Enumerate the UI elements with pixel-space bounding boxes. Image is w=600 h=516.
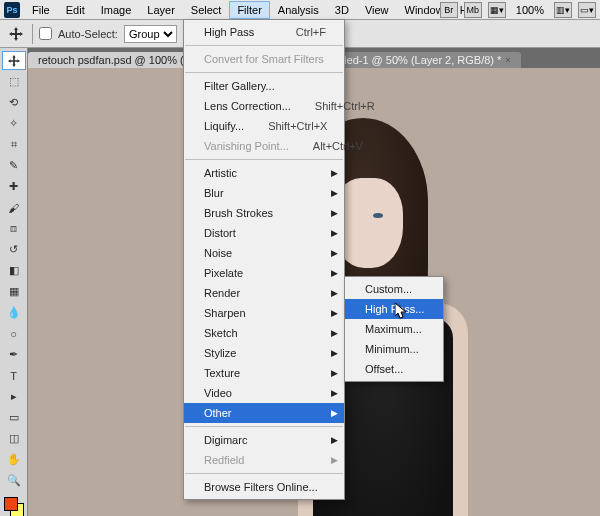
submenu-arrow-icon: ▶ bbox=[331, 348, 338, 358]
history-brush-tool[interactable]: ↺ bbox=[2, 240, 26, 259]
menu-item-video[interactable]: Video▶ bbox=[184, 383, 344, 403]
marquee-tool[interactable]: ⬚ bbox=[2, 72, 26, 91]
submenu-arrow-icon: ▶ bbox=[331, 435, 338, 445]
menu-file[interactable]: File bbox=[24, 1, 58, 19]
menu-item-sharpen[interactable]: Sharpen▶ bbox=[184, 303, 344, 323]
menu-item-offset[interactable]: Offset... bbox=[345, 359, 443, 379]
zoom-level[interactable]: 100% bbox=[512, 3, 548, 17]
menu-image[interactable]: Image bbox=[93, 1, 140, 19]
eraser-tool[interactable]: ◧ bbox=[2, 261, 26, 280]
submenu-arrow-icon: ▶ bbox=[331, 455, 338, 465]
launch-minibridge-button[interactable]: Mb bbox=[464, 2, 482, 18]
menu-item-browse-online[interactable]: Browse Filters Online... bbox=[184, 477, 344, 497]
submenu-arrow-icon: ▶ bbox=[331, 368, 338, 378]
screen-mode-button[interactable]: ▭▾ bbox=[578, 2, 596, 18]
submenu-arrow-icon: ▶ bbox=[331, 408, 338, 418]
foreground-color-swatch[interactable] bbox=[4, 497, 18, 511]
dodge-tool[interactable]: ○ bbox=[2, 324, 26, 343]
menu-item-filter-gallery[interactable]: Filter Gallery... bbox=[184, 76, 344, 96]
tools-panel: ⬚ ⟲ ✧ ⌗ ✎ ✚ 🖌 ⧈ ↺ ◧ ▦ 💧 ○ ✒ T ▸ ▭ ◫ ✋ 🔍 bbox=[0, 48, 28, 516]
3d-tool[interactable]: ◫ bbox=[2, 429, 26, 448]
auto-select-label: Auto-Select: bbox=[58, 28, 118, 40]
shape-tool[interactable]: ▭ bbox=[2, 408, 26, 427]
menu-item-artistic[interactable]: Artistic▶ bbox=[184, 163, 344, 183]
menu-item-minimum[interactable]: Minimum... bbox=[345, 339, 443, 359]
hand-tool[interactable]: ✋ bbox=[2, 450, 26, 469]
menu-item-maximum[interactable]: Maximum... bbox=[345, 319, 443, 339]
eyedropper-tool[interactable]: ✎ bbox=[2, 156, 26, 175]
menu-item-redfield: Redfield▶ bbox=[184, 450, 344, 470]
color-swatches[interactable] bbox=[4, 497, 24, 516]
menu-item-blur[interactable]: Blur▶ bbox=[184, 183, 344, 203]
submenu-arrow-icon: ▶ bbox=[331, 188, 338, 198]
menu-item-brush-strokes[interactable]: Brush Strokes▶ bbox=[184, 203, 344, 223]
auto-select-checkbox[interactable] bbox=[39, 27, 52, 40]
menu-item-convert-smart: Convert for Smart Filters bbox=[184, 49, 344, 69]
menu-item-digimarc[interactable]: Digimarc▶ bbox=[184, 430, 344, 450]
submenu-arrow-icon: ▶ bbox=[331, 288, 338, 298]
menu-item-last-filter[interactable]: High Pass Ctrl+F bbox=[184, 22, 344, 42]
type-tool[interactable]: T bbox=[2, 366, 26, 385]
submenu-arrow-icon: ▶ bbox=[331, 248, 338, 258]
pen-tool[interactable]: ✒ bbox=[2, 345, 26, 364]
healing-tool[interactable]: ✚ bbox=[2, 177, 26, 196]
menu-item-texture[interactable]: Texture▶ bbox=[184, 363, 344, 383]
stamp-tool[interactable]: ⧈ bbox=[2, 219, 26, 238]
crop-tool[interactable]: ⌗ bbox=[2, 135, 26, 154]
other-submenu: Custom... High Pass... Maximum... Minimu… bbox=[344, 276, 444, 382]
submenu-arrow-icon: ▶ bbox=[331, 228, 338, 238]
menu-item-other[interactable]: Other▶ bbox=[184, 403, 344, 423]
view-extras-button[interactable]: ▦▾ bbox=[488, 2, 506, 18]
menu-item-stylize[interactable]: Stylize▶ bbox=[184, 343, 344, 363]
menu-separator bbox=[185, 426, 343, 427]
menu-separator bbox=[185, 473, 343, 474]
move-tool[interactable] bbox=[2, 51, 26, 70]
menu-item-pixelate[interactable]: Pixelate▶ bbox=[184, 263, 344, 283]
shortcut-label: Shift+Ctrl+R bbox=[291, 100, 375, 112]
submenu-arrow-icon: ▶ bbox=[331, 168, 338, 178]
menu-separator bbox=[185, 45, 343, 46]
menu-item-high-pass[interactable]: High Pass... bbox=[345, 299, 443, 319]
menu-item-custom[interactable]: Custom... bbox=[345, 279, 443, 299]
menu-separator bbox=[185, 159, 343, 160]
gradient-tool[interactable]: ▦ bbox=[2, 282, 26, 301]
filter-dropdown-menu: High Pass Ctrl+F Convert for Smart Filte… bbox=[183, 19, 345, 500]
arrange-docs-button[interactable]: ▥▾ bbox=[554, 2, 572, 18]
menu-item-vanishing-point: Vanishing Point...Alt+Ctrl+V bbox=[184, 136, 344, 156]
shortcut-label: Shift+Ctrl+X bbox=[244, 120, 327, 132]
quick-select-tool[interactable]: ✧ bbox=[2, 114, 26, 133]
move-tool-icon bbox=[6, 24, 26, 44]
app-logo: Ps bbox=[4, 2, 20, 18]
lasso-tool[interactable]: ⟲ bbox=[2, 93, 26, 112]
blur-tool[interactable]: 💧 bbox=[2, 303, 26, 322]
menu-filter[interactable]: Filter bbox=[229, 1, 269, 19]
menu-edit[interactable]: Edit bbox=[58, 1, 93, 19]
menu-3d[interactable]: 3D bbox=[327, 1, 357, 19]
zoom-tool[interactable]: 🔍 bbox=[2, 471, 26, 490]
auto-select-dropdown[interactable]: Group bbox=[124, 25, 177, 43]
right-controls: Br Mb ▦▾ 100% ▥▾ ▭▾ bbox=[440, 0, 596, 20]
submenu-arrow-icon: ▶ bbox=[331, 208, 338, 218]
menu-item-render[interactable]: Render▶ bbox=[184, 283, 344, 303]
launch-bridge-button[interactable]: Br bbox=[440, 2, 458, 18]
path-select-tool[interactable]: ▸ bbox=[2, 387, 26, 406]
menu-select[interactable]: Select bbox=[183, 1, 230, 19]
submenu-arrow-icon: ▶ bbox=[331, 268, 338, 278]
submenu-arrow-icon: ▶ bbox=[331, 388, 338, 398]
menu-item-sketch[interactable]: Sketch▶ bbox=[184, 323, 344, 343]
menu-item-lens-correction[interactable]: Lens Correction...Shift+Ctrl+R bbox=[184, 96, 344, 116]
menu-item-distort[interactable]: Distort▶ bbox=[184, 223, 344, 243]
submenu-arrow-icon: ▶ bbox=[331, 328, 338, 338]
menu-analysis[interactable]: Analysis bbox=[270, 1, 327, 19]
brush-tool[interactable]: 🖌 bbox=[2, 198, 26, 217]
tab-label: Untitled-1 @ 50% (Layer 2, RGB/8) * bbox=[321, 54, 501, 66]
menu-item-liquify[interactable]: Liquify...Shift+Ctrl+X bbox=[184, 116, 344, 136]
submenu-arrow-icon: ▶ bbox=[331, 308, 338, 318]
menu-separator bbox=[185, 72, 343, 73]
shortcut-label: Ctrl+F bbox=[272, 26, 326, 38]
menu-view[interactable]: View bbox=[357, 1, 397, 19]
menu-layer[interactable]: Layer bbox=[139, 1, 183, 19]
close-icon[interactable]: × bbox=[505, 55, 510, 65]
menu-item-noise[interactable]: Noise▶ bbox=[184, 243, 344, 263]
shortcut-label: Alt+Ctrl+V bbox=[289, 140, 363, 152]
